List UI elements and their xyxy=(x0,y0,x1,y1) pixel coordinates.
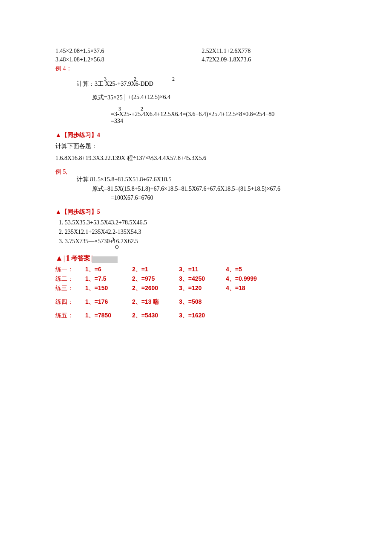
ans-row2-label: 练二： xyxy=(55,275,85,283)
ans-r5c4 xyxy=(226,312,277,320)
ex4-workline2: =3-X25-+25.4X6.4+12.5X6.4=(3.6+6.4)×25.4… xyxy=(111,111,337,118)
ans-r5c2: 2、=5430 xyxy=(132,312,179,320)
ans-r1c4: 4、=5 xyxy=(226,266,277,273)
ans-r4c2: 2、=13 喘 xyxy=(132,298,179,306)
sync5-item-2: 235X12.1+235X42.2-135X54.3 xyxy=(65,229,337,235)
answers-table: 练一： 1、=6 2、=1 3、=11 4、=5 练二： 1、=7.5 2、=9… xyxy=(55,266,337,320)
ans-r3c4: 4、=18 xyxy=(226,285,277,292)
sync4-q: 1.6.8X16.8+19.3X3.22.139X 程÷137×⅓3.4.4X5… xyxy=(55,154,337,162)
ans-r3c1: 1、=150 xyxy=(85,285,132,292)
ans-row3-label: 练三： xyxy=(55,285,85,292)
ans-r3c3: 3、=120 xyxy=(179,285,226,292)
ans-r2c1: 1、=7.5 xyxy=(85,275,132,283)
ans-row5-label: 练五： xyxy=(55,312,85,320)
sync5-item-3-sup: 3 xyxy=(112,236,114,243)
ans-r2c4: 4、=0.9999 xyxy=(226,275,277,283)
ex4-wl2-sup3: 3 xyxy=(118,106,121,112)
ans-r4c4 xyxy=(226,298,277,306)
sync5-item-3: 3.75X735—×5730+16.2X62.5 xyxy=(65,238,138,244)
ex4-workline1: 原式=35×25 │ +(25.4+12.5)×6.4 xyxy=(92,94,337,102)
example-5-label: 例 5, xyxy=(55,168,337,176)
expr-2: 2.52X11.1+2.6X778 xyxy=(202,48,337,55)
ex4-wl2-sup2: 2 xyxy=(141,106,143,112)
ex4-calc-prefix: 计算：3 xyxy=(77,81,98,87)
top-left-col: 1.45×2.08÷1.5×37.6 3.48×1.08+1.2×56.8 例 … xyxy=(55,46,190,73)
top-right-col: 2.52X11.1+2.6X778 4.72X2.09-1.8X73.6 xyxy=(202,46,337,73)
expr-1: 1.45×2.08÷1.5×37.6 xyxy=(55,48,190,55)
divider-icon: │ xyxy=(124,94,127,101)
triangle-icon: ▲ xyxy=(55,254,63,263)
sync5-title: ▲【同步练习】5 xyxy=(55,209,100,215)
ans-r5c3: 3、=1620 xyxy=(179,312,226,320)
ex4-workline3: =334 xyxy=(111,118,337,125)
ex4-sup2: 2 xyxy=(134,76,136,82)
ex4-calc-line: 3 2 2 计算：3工 X25-+37.9X6-DDD xyxy=(77,80,337,88)
document-page: 1.45×2.08÷1.5×37.6 3.48×1.08+1.2×56.8 例 … xyxy=(0,0,392,320)
top-two-columns: 1.45×2.08÷1.5×37.6 3.48×1.08+1.2×56.8 例 … xyxy=(55,46,337,73)
sync5-item-3-wrap: 3 3.75X735—×5730+16.2X62.5 O xyxy=(65,238,337,245)
ex5-line1: 原式=81.5X(15.8+51.8)+67.6×18.5=81.5X67.6+… xyxy=(92,185,337,193)
answers-header: ▲ | 1 考答案 | xyxy=(55,253,337,263)
answers-one: 1 xyxy=(66,253,70,263)
sync5-item-3-sub: O xyxy=(115,244,119,250)
ans-r2c2: 2、=975 xyxy=(132,275,179,283)
expr-3: 3.48×1.08+1.2×56.8 xyxy=(55,56,190,63)
ans-r4c1: 1、=176 xyxy=(85,298,132,306)
shadow-decoration xyxy=(92,256,118,263)
ans-r4c3: 3、=508 xyxy=(179,298,226,306)
ex4-work1a: 原式=35×25 xyxy=(92,94,123,102)
ex5-line2: =100X67.6=6760 xyxy=(111,195,337,201)
sync5-item-1: 53.5X35.3+53.5X43.2+78.5X46.5 xyxy=(65,219,337,226)
ex4-workline2-wrap: 3 2 =3-X25-+25.4X6.4+12.5X6.4=(3.6+6.4)×… xyxy=(111,111,337,125)
bar-icon: | xyxy=(63,255,65,262)
sync4-heading: ▲【同步练习】4 xyxy=(55,131,337,139)
ans-row1-label: 练一： xyxy=(55,266,85,273)
ex4-work1b: +(25.4+12.5)×6.4 xyxy=(128,94,171,101)
ans-row4-label: 练四： xyxy=(55,298,85,306)
sync5-heading: ▲【同步练习】5 xyxy=(55,208,337,216)
ans-r1c1: 1、=6 xyxy=(85,266,132,273)
expr-4: 4.72X2.09-1.8X73.6 xyxy=(202,56,337,63)
sync5-list: 53.5X35.3+53.5X43.2+78.5X46.5 235X12.1+2… xyxy=(55,219,337,245)
ans-r1c2: 2、=1 xyxy=(132,266,179,273)
sync4-title: ▲【同步练习】4 xyxy=(55,132,100,138)
ans-r2c3: 3、=4250 xyxy=(179,275,226,283)
ans-r3c2: 2、=2600 xyxy=(132,285,179,292)
answers-text: 考答案 xyxy=(71,254,90,262)
ex5-calc: 计算 81.5×15.8+81.5X51.8+67.6X18.5 xyxy=(77,176,337,183)
ans-r1c3: 3、=11 xyxy=(179,266,226,273)
sync4-prompt: 计算下面各题： xyxy=(55,142,337,150)
example-4-label: 例 4： xyxy=(55,65,190,73)
ex4-sup1: 3 xyxy=(104,76,107,82)
ex4-sup3: 2 xyxy=(172,76,175,82)
ans-r5c1: 1、=7850 xyxy=(85,312,132,320)
